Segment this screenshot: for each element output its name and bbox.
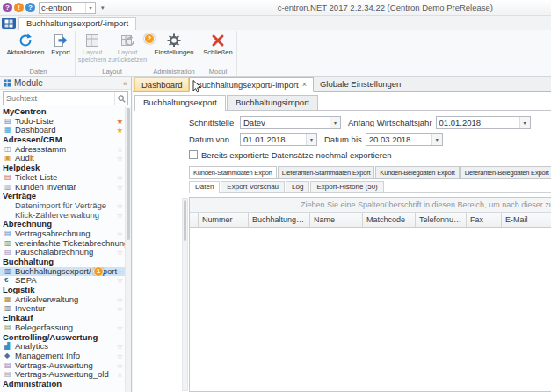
sidebar-item-kunden-inventar[interactable]: Kunden Inventar (0, 183, 125, 192)
sidebar-group-controlling-auswertung[interactable]: Controlling/Auswertung (0, 333, 125, 343)
tab-kunden-belegdaten-export[interactable]: Kunden-Belegdaten Export (375, 166, 459, 178)
sidebar-item-inventur[interactable]: Inventur (0, 304, 125, 314)
tab-export-historie[interactable]: Export-Historie (50) (310, 181, 383, 192)
sidebar-group-helpdesk[interactable]: Helpdesk (0, 163, 125, 173)
sidebar-group-buchhaltung[interactable]: Buchhaltung (0, 258, 125, 267)
favorite-star-icon[interactable] (116, 323, 123, 333)
favorite-star-icon[interactable] (116, 361, 123, 371)
favorite-star-icon[interactable] (116, 145, 123, 155)
sidebar-item-sepa[interactable]: SEPA (0, 276, 125, 286)
favorite-star-icon[interactable] (116, 173, 123, 183)
tab-buchhaltungsexport-import[interactable]: Buchhaltungsexport/-import × (189, 77, 313, 92)
chevron-down-icon[interactable] (519, 117, 530, 128)
search-icon[interactable] (114, 92, 127, 105)
sidebar-item-datenimport-vertraege[interactable]: Datenimport für Verträge (0, 201, 125, 211)
sidebar-item-vertragsabrechnung[interactable]: Vertragsabrechnung (0, 229, 125, 239)
column-header-telefonnummer[interactable]: Telefonnummer (416, 213, 467, 227)
favorite-star-icon[interactable] (116, 117, 123, 127)
collapse-sidebar-button[interactable]: « (123, 79, 127, 88)
alert-icon[interactable]: ! (14, 3, 24, 12)
column-header-name[interactable]: Name (310, 213, 363, 227)
tab-lieferanten-stammdaten-export[interactable]: Lieferanten-Stammdaten Export (278, 166, 375, 178)
sidebar-item-todo-liste[interactable]: Todo-Liste (0, 117, 125, 127)
favorite-star-icon[interactable] (116, 267, 123, 277)
sidebar-group-abrechnung[interactable]: Abrechnung (0, 220, 125, 229)
tab-daten[interactable]: Daten (189, 181, 220, 193)
close-tab-button[interactable]: × (302, 81, 307, 89)
sidebar-item-belegerfassung[interactable]: Belegerfassung (0, 323, 125, 333)
tab-lieferanten-belegdaten-export[interactable]: Lieferanten-Belegdaten Export (460, 166, 551, 178)
favorite-star-icon[interactable] (116, 239, 123, 249)
help-icon[interactable]: ? (25, 3, 35, 12)
sidebar-item-dashboard[interactable]: Dashboard (0, 126, 125, 135)
sidebar-scrollbar[interactable] (125, 107, 131, 392)
tab-dashboard[interactable]: Dashboard (134, 77, 189, 91)
column-header-matchcode[interactable]: Matchcode (363, 213, 416, 227)
sidebar-group-administration[interactable]: Administration (0, 380, 125, 389)
grid-scrollbar[interactable] (182, 198, 188, 391)
favorite-star-icon[interactable] (116, 229, 123, 239)
sidebar-item-vereinfachte-ticketabrechnung[interactable]: vereinfachte Ticketabrechnung (0, 239, 125, 249)
datum-bis-datepicker[interactable]: 20.03.2018 (366, 133, 443, 146)
sidebar-item-management-info[interactable]: Management Info (0, 352, 125, 361)
schnittstelle-combobox[interactable]: Datev (240, 116, 341, 129)
sidebar-group-adressen-crm[interactable]: Adressen/CRM (0, 135, 125, 145)
chevron-down-icon[interactable] (85, 3, 95, 13)
sidebar-group-vertraege[interactable]: Verträge (0, 192, 125, 201)
sidebar-item-vertrags-auswertung-old[interactable]: Vertrags-Auswertung_old (0, 370, 125, 380)
schliessen-button[interactable]: Schließen (201, 31, 235, 56)
export-again-checkbox[interactable] (189, 150, 198, 159)
quick-access-input[interactable] (40, 3, 85, 13)
einstellungen-button[interactable]: Einstellungen (151, 31, 197, 56)
tab-buchhaltungsexport[interactable]: Buchhaltungsexport (134, 95, 226, 111)
favorite-star-icon[interactable] (116, 370, 123, 380)
column-header-buchhaltungsnummer[interactable]: Buchhaltungsnummer (249, 213, 310, 227)
column-header-email[interactable]: E-Mail (502, 213, 551, 227)
tab-globale-einstellungen[interactable]: Globale Einstellungen (314, 77, 407, 91)
favorite-star-icon[interactable] (116, 183, 123, 192)
favorite-star-icon[interactable] (116, 276, 123, 286)
search-input[interactable] (4, 93, 114, 105)
column-header-nummer[interactable]: Nummer (199, 213, 249, 227)
sidebar-item-klick-zaehlerverwaltung[interactable]: Klick-Zählerverwaltung (0, 211, 125, 221)
sidebar-item-adressstamm[interactable]: Adressstamm (0, 145, 125, 155)
sidebar-group-logistik[interactable]: Logistik (0, 286, 125, 295)
chevron-down-icon[interactable] (330, 117, 340, 128)
tab-buchhaltungsimport[interactable]: Buchhaltungsimport (227, 95, 318, 110)
sidebar-group-mycentron[interactable]: MyCentron (0, 107, 125, 117)
info-icon[interactable]: ? (3, 3, 12, 12)
favorite-star-icon[interactable] (116, 211, 123, 221)
sidebar-item-buchhaltungsexport-import[interactable]: Buchhaltungsexport/-import1 (0, 267, 125, 277)
tab-export-vorschau[interactable]: Export Vorschau (221, 181, 285, 192)
sidebar-group-einkauf[interactable]: Einkauf (0, 314, 125, 323)
sidebar-item-artikelverwaltung[interactable]: Artikelverwaltung (0, 295, 125, 305)
layout-speichern-button[interactable]: Layout speichern (77, 31, 107, 64)
tab-kunden-stammdaten-export[interactable]: Kunden-Stammdaten Export (189, 166, 277, 179)
sidebar-item-analytics[interactable]: Analytics (0, 342, 125, 352)
layout-zuruecksetzen-button[interactable]: Layout zurücksetzen (108, 31, 147, 64)
favorite-star-icon[interactable] (116, 304, 123, 314)
column-header-fax[interactable]: Fax (467, 213, 502, 227)
wirtschaftsjahr-datepicker[interactable]: 01.01.2018 (436, 116, 531, 129)
favorite-star-icon[interactable] (116, 154, 123, 163)
favorite-star-icon[interactable] (116, 352, 123, 361)
favorite-star-icon[interactable] (116, 126, 123, 135)
chevron-down-icon[interactable] (431, 134, 442, 145)
sidebar-item-pauschalabrechnung[interactable]: Pauschalabrechnung (0, 248, 125, 258)
application-menu-button[interactable] (2, 18, 16, 29)
grid-scrollbar-thumb[interactable] (184, 200, 186, 241)
export-button[interactable]: Export (48, 31, 73, 56)
ribbon-tab-buchhaltungsexport[interactable]: Buchhaltungsexport/-import (18, 17, 136, 30)
chevron-down-icon[interactable] (306, 134, 316, 145)
datum-von-datepicker[interactable]: 01.01.2018 (240, 133, 317, 146)
aktualisieren-button[interactable]: Aktualisieren (4, 31, 47, 56)
sidebar-scrollbar-thumb[interactable] (127, 108, 130, 240)
favorite-star-icon[interactable] (116, 342, 123, 352)
favorite-star-icon[interactable] (116, 201, 123, 211)
sidebar-item-ticket-liste[interactable]: Ticket-Liste (0, 173, 125, 183)
qat-customize-button[interactable] (98, 4, 108, 11)
tab-log[interactable]: Log (286, 181, 309, 192)
sidebar-item-vertrags-auswertung[interactable]: Vertrags-Auswertung (0, 361, 125, 371)
favorite-star-icon[interactable] (116, 248, 123, 258)
sidebar-item-audit[interactable]: Audit (0, 154, 125, 163)
